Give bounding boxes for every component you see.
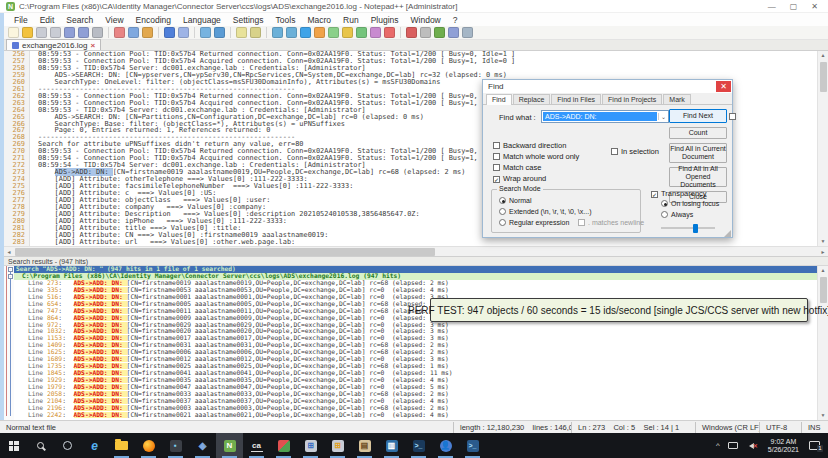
undo-icon[interactable] [164,27,175,38]
function-list-icon[interactable] [342,27,353,38]
menu-file[interactable]: File [8,15,34,25]
search-mode-extended-radio[interactable]: Extended (\n, \r, \t, \0, \x...) [499,208,591,215]
result-row[interactable]: Line 2242: ADS->ADD: DN: [CN=firstname00… [14,412,817,419]
taskbar-start-button-icon[interactable] [0,433,27,458]
close-button[interactable]: ✕ [811,2,818,11]
find-next-button[interactable]: Find Next [669,109,727,123]
taskbar-ca-identity-manager-icon[interactable]: ca [243,433,270,458]
menu-search[interactable]: Search [60,15,99,25]
scroll-up-icon[interactable]: ▲ [818,51,828,60]
taskbar-clock[interactable]: 9:02 AM 5/26/2021 [762,438,805,454]
tab-close-icon[interactable]: × [90,42,95,49]
find-tab-mark[interactable]: Mark [663,94,691,104]
menu-run[interactable]: Run [337,15,365,25]
find-dialog-titlebar[interactable]: Find ✕ [483,80,732,93]
dismiss-on-find-checkbox[interactable] [729,113,736,120]
backward-direction-checkbox[interactable]: Backward direction [493,141,566,150]
replace-icon[interactable] [214,27,225,38]
find-dialog[interactable]: Find ✕ FindReplaceFind in FilesFind in P… [482,79,733,238]
result-row[interactable]: Line 1979: ADS->ADD: DN: [CN=firstname00… [14,384,817,391]
zoom-in-icon[interactable] [236,27,247,38]
transparency-always-radio[interactable]: Always [661,211,693,218]
menu-macro[interactable]: Macro [301,15,337,25]
menu-encoding[interactable]: Encoding [130,15,177,25]
taskbar-identity-console-icon[interactable]: 👤 [432,433,459,458]
transparency-slider[interactable] [661,227,715,229]
macro-record-icon[interactable] [406,27,417,38]
editor-vscroll-thumb[interactable] [820,62,827,92]
result-row[interactable]: Line 335: ADS->ADD: DN: [CN=firstname005… [14,287,817,294]
maximize-button[interactable]: ▢ [790,2,798,11]
result-row[interactable]: Line 2196: ADS->ADD: DN: [CN=firstname00… [14,405,817,412]
result-row[interactable]: Line 2104: ADS->ADD: DN: [CN=firstname00… [14,398,817,405]
taskbar-cortana-icon[interactable] [54,433,81,458]
tab-exchange2016-log[interactable]: exchange2016.log × [6,39,101,50]
indent-guide-icon[interactable] [328,27,339,38]
menu-help[interactable]: ? [447,15,464,25]
find-all-current-button[interactable]: Find All in Current Document [669,143,727,163]
taskbar-documentation-icon[interactable]: ▤ [351,433,378,458]
fold-collapse-icon[interactable]: - [8,274,13,279]
close-all-icon[interactable] [78,27,89,38]
transparency-checkbox[interactable]: ✓Transparency [651,189,707,198]
taskbar-setup-icon[interactable]: ⊞ [324,433,351,458]
scroll-up-icon[interactable]: ▲ [818,266,828,275]
result-row[interactable]: Line 1153: ADS->ADD: DN: [CN=firstname00… [14,335,817,342]
taskbar-installer-icon[interactable]: ⊞ [297,433,324,458]
fold-collapse-icon[interactable]: - [8,267,13,272]
new-file-icon[interactable] [8,27,19,38]
taskbar-notepad-plus-plus-icon[interactable]: N [216,433,243,458]
cut-icon[interactable] [114,27,125,38]
taskbar-firefox-icon[interactable] [135,433,162,458]
sync-vertical-icon[interactable] [272,27,283,38]
taskbar-remote-desktop-icon[interactable]: ▪ [162,433,189,458]
menu-window[interactable]: Window [405,15,447,25]
open-folder-icon[interactable] [22,27,33,38]
paste-icon[interactable] [142,27,153,38]
taskbar-server-manager-icon[interactable]: ▥ [378,433,405,458]
combobox-dropdown-icon[interactable]: ⌄ [658,113,668,120]
menu-settings[interactable]: Settings [227,15,270,25]
find-tab-find-in-projects[interactable]: Find in Projects [602,94,662,104]
save-icon[interactable] [36,27,47,38]
search-results-panel[interactable]: - - Search "ADS->ADD: DN: " (947 hits in… [4,266,828,420]
find-tab-find[interactable]: Find [486,94,512,105]
taskbar-search-icon[interactable] [27,433,54,458]
menu-edit[interactable]: Edit [34,15,61,25]
save-all-icon[interactable] [50,27,61,38]
taskbar-powershell-admin-icon[interactable]: >_ [459,433,486,458]
minimize-button[interactable]: — [768,2,776,11]
print-icon[interactable] [92,27,103,38]
result-row[interactable]: Line 1409: ADS->ADD: DN: [CN=firstname00… [14,342,817,349]
show-all-characters-icon[interactable] [314,27,325,38]
editor-horizontal-scrollbar[interactable]: ◄ ► [4,246,828,256]
find-tab-find-in-files[interactable]: Find in Files [551,94,601,104]
taskbar-powershell-icon[interactable]: >_ [405,433,432,458]
taskbar-internet-explorer-icon[interactable]: e [81,433,108,458]
editor-hscroll-thumb[interactable] [15,248,435,256]
copy-icon[interactable] [128,27,139,38]
macro-save-icon[interactable] [448,27,459,38]
monitoring-icon[interactable] [384,27,395,38]
count-button[interactable]: Count [669,127,727,139]
scroll-down-icon[interactable]: ▼ [818,411,828,420]
search-mode-normal-radio[interactable]: Normal [499,197,532,204]
result-row[interactable]: Line 1735: ADS->ADD: DN: [CN=firstname00… [14,363,817,370]
match-whole-word-checkbox[interactable]: Match whole word only [493,152,579,161]
dialog-resize-grip[interactable] [724,230,731,237]
menu-language[interactable]: Language [177,15,227,25]
result-row[interactable]: Line 1625: ADS->ADD: DN: [CN=firstname00… [14,349,817,356]
find-dialog-close-icon[interactable]: ✕ [716,81,731,92]
result-row[interactable]: Line 1929: ADS->ADD: DN: [CN=firstname00… [14,377,817,384]
wrap-around-checkbox[interactable]: ✓Wrap around [493,174,546,183]
results-search-header[interactable]: Search "ADS->ADD: DN: " (947 hits in 1 f… [14,266,817,273]
close-icon[interactable] [64,27,75,38]
volume-muted-icon[interactable]: ✕ [742,442,762,449]
find-what-combobox[interactable]: ADS->ADD: DN: ⌄ [541,110,669,123]
network-icon[interactable] [724,442,742,449]
result-row[interactable]: Line 273: ADS->ADD: DN: [CN=firstname001… [14,280,817,287]
find-icon[interactable] [200,27,211,38]
taskbar-photos-icon[interactable] [270,433,297,458]
macro-run-multiple-icon[interactable] [462,27,473,38]
result-row[interactable]: Line 2058: ADS->ADD: DN: [CN=firstname00… [14,391,817,398]
